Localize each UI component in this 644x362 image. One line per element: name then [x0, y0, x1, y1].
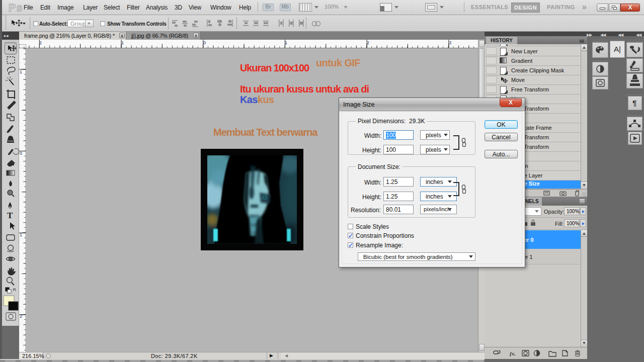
svg-text:T: T	[7, 211, 13, 220]
svg-text:fx.: fx.	[510, 350, 516, 356]
